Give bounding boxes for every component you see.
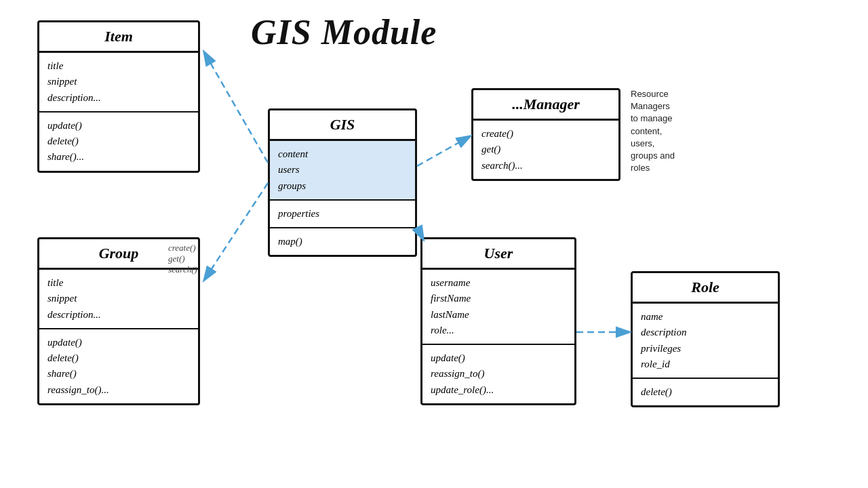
svg-line-2 [203,183,268,281]
role-header: Role [633,273,778,304]
manager-section1: create()get()search()... [473,121,618,179]
user-header: User [422,239,574,270]
role-section2: delete() [633,379,778,405]
user-section1: usernamefirstNamelastNamerole... [422,270,574,345]
arrow-label-gis-group: create()get()search() [168,243,197,275]
svg-line-1 [203,51,268,163]
role-box: Role namedescriptionprivilegesrole_id de… [631,271,780,407]
group-section1: titlesnippetdescription... [39,270,198,329]
group-section2: update()delete()share()reassign_to()... [39,329,198,403]
user-section2: update()reassign_to()update_role()... [422,345,574,403]
gis-section3: map() [270,228,415,255]
gis-section2: properties [270,201,415,228]
user-box: User usernamefirstNamelastNamerole... up… [420,237,576,405]
item-box: Item titlesnippetdescription... update()… [37,20,200,173]
item-section1: titlesnippetdescription... [39,53,198,113]
gis-header: GIS [270,110,415,141]
gis-box: GIS contentusersgroups properties map() [268,108,417,257]
role-section1: namedescriptionprivilegesrole_id [633,304,778,379]
manager-box: ...Manager create()get()search()... [471,88,620,181]
manager-annotation: ResourceManagersto managecontent,users,g… [631,88,675,174]
item-section2: update()delete()share()... [39,113,198,171]
item-header: Item [39,22,198,53]
svg-line-3 [417,136,471,166]
manager-header: ...Manager [473,90,618,121]
gis-section-highlighted: contentusersgroups [270,141,415,201]
page-title: GIS Module [251,12,437,52]
